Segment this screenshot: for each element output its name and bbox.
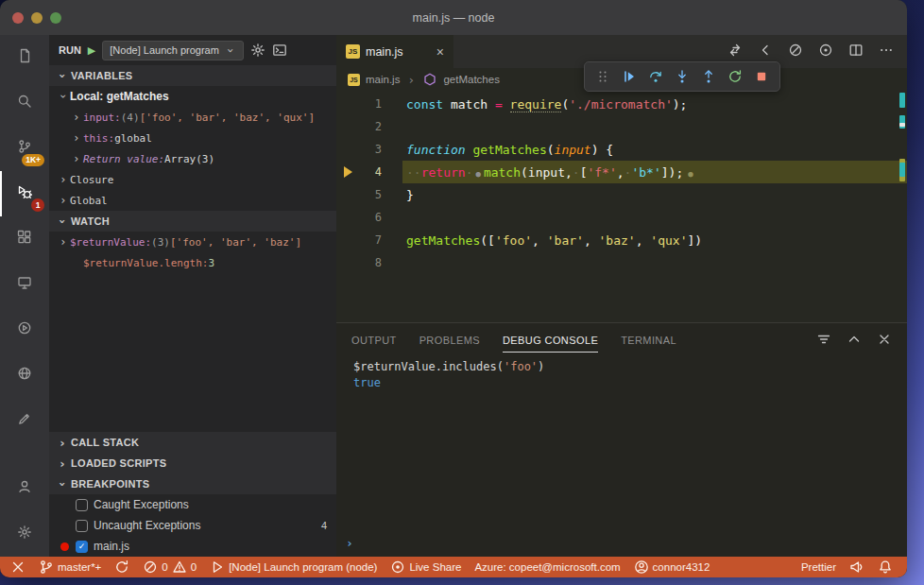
status-problems[interactable]: 00 xyxy=(136,557,203,577)
close-icon[interactable] xyxy=(877,332,892,347)
breadcrumb-file[interactable]: main.js xyxy=(366,74,400,85)
stop-button[interactable] xyxy=(749,64,774,89)
title-bar[interactable]: main.js — node xyxy=(0,0,907,35)
activity-accounts[interactable] xyxy=(0,466,49,511)
code-line[interactable]: 3function getMatches(input) { xyxy=(336,138,907,161)
breakpoint-checkbox[interactable] xyxy=(76,499,88,511)
status-sync-changes[interactable] xyxy=(108,557,136,577)
loaded-scripts-section-header[interactable]: LOADED SCRIPTS xyxy=(49,453,336,473)
panel-tab-output[interactable]: OUTPUT xyxy=(351,326,397,353)
breakpoint-row[interactable]: main.js xyxy=(49,536,336,557)
drag-handle-button[interactable] xyxy=(590,64,615,89)
minimize-window-button[interactable] xyxy=(31,12,43,24)
activity-test-explorer[interactable] xyxy=(0,307,49,353)
activity-run-and-debug[interactable]: 1 xyxy=(0,171,49,216)
status-feedback[interactable] xyxy=(843,557,871,577)
section-title: CALL STACK xyxy=(71,437,139,448)
breakpoint-label: Caught Exceptions xyxy=(94,498,189,511)
tree-text: Array(3) xyxy=(164,153,214,165)
console-input-prompt[interactable]: › xyxy=(346,536,353,550)
code-line[interactable]: 6 xyxy=(336,206,907,229)
activity-extensions[interactable] xyxy=(0,216,49,262)
status-live-share[interactable]: Live Share xyxy=(384,557,468,577)
line-number[interactable]: 8 xyxy=(336,256,382,269)
line-number[interactable]: 5 xyxy=(336,188,382,201)
activity-ports[interactable] xyxy=(0,353,49,398)
step-out-button[interactable] xyxy=(696,64,721,89)
status-git-branch[interactable]: master*+ xyxy=(32,557,108,577)
start-debugging-button[interactable] xyxy=(88,44,95,57)
status-formatter[interactable]: Prettier xyxy=(795,557,843,577)
code-line[interactable]: 1const match = require('./micromatch'); xyxy=(336,93,907,115)
code-line[interactable]: 8 xyxy=(336,251,907,274)
tree-row[interactable]: Closure xyxy=(49,169,336,190)
continue-button[interactable] xyxy=(617,64,642,89)
code-line[interactable]: 7getMatches(['foo', 'bar', 'baz', 'qux']… xyxy=(336,229,907,251)
breadcrumb-symbol[interactable]: getMatches xyxy=(443,74,499,85)
tree-row[interactable]: this: global xyxy=(49,128,336,148)
watch-title: WATCH xyxy=(71,215,110,227)
circle-slash-icon[interactable] xyxy=(788,43,803,61)
breakpoints-section-header[interactable]: BREAKPOINTS xyxy=(49,473,336,494)
back-icon[interactable] xyxy=(758,43,773,61)
status-debug-target[interactable]: [Node] Launch program (node) xyxy=(203,557,384,577)
call-stack-section-header[interactable]: CALL STACK xyxy=(49,432,336,453)
tree-text: Local: getMatches xyxy=(70,90,169,103)
tab-main-js[interactable]: JS main.js xyxy=(336,35,453,68)
filter-icon[interactable] xyxy=(816,332,831,347)
activity-gitlens[interactable] xyxy=(0,398,49,443)
line-number[interactable]: 3 xyxy=(336,143,382,156)
code-line[interactable]: 2 xyxy=(336,115,907,138)
restart-button[interactable] xyxy=(723,64,747,89)
zoom-window-button[interactable] xyxy=(50,12,61,24)
line-number[interactable]: 1 xyxy=(336,97,382,111)
tree-row[interactable]: $returnValue.length: 3 xyxy=(49,252,336,273)
status-azure-account[interactable]: Azure: copeet@microsoft.com xyxy=(468,557,626,577)
more-icon[interactable] xyxy=(879,43,894,61)
tree-row[interactable]: Global xyxy=(49,190,336,211)
activity-search[interactable] xyxy=(0,80,49,126)
variables-section-header[interactable]: VARIABLES xyxy=(49,65,336,86)
panel-tab-problems[interactable]: PROBLEMS xyxy=(419,326,480,353)
panel-tab-debug-console[interactable]: DEBUG CONSOLE xyxy=(503,326,598,353)
open-debug-console-icon[interactable] xyxy=(272,43,287,58)
line-number[interactable]: 6 xyxy=(336,211,382,224)
status-notifications[interactable] xyxy=(871,557,899,577)
activity-settings[interactable] xyxy=(0,511,49,557)
configure-launch-gear-icon[interactable] xyxy=(250,43,265,58)
launch-config-select[interactable]: [Node] Launch program xyxy=(102,41,244,60)
activity-remote-explorer[interactable] xyxy=(0,262,49,307)
compare-icon[interactable] xyxy=(727,43,743,61)
breakpoint-checkbox[interactable] xyxy=(76,541,88,553)
debug-console-output[interactable]: $returnValue.includes('foo')true xyxy=(336,355,907,557)
close-tab-icon[interactable] xyxy=(436,44,444,60)
circle-dot-icon[interactable] xyxy=(818,43,833,61)
status-remote-indicator[interactable] xyxy=(4,557,32,577)
line-number[interactable]: 7 xyxy=(336,233,382,247)
tree-row[interactable]: Return value: Array(3) xyxy=(49,148,336,169)
tree-row[interactable]: $returnValue: (3) ['foo', 'bar', 'baz'] xyxy=(49,232,336,252)
breakpoint-row[interactable]: Caught Exceptions xyxy=(49,494,336,515)
panel-tab-terminal[interactable]: TERMINAL xyxy=(621,326,676,353)
chevron-up-icon[interactable] xyxy=(847,332,862,347)
code-line[interactable]: 5} xyxy=(336,183,907,206)
split-editor-icon[interactable] xyxy=(848,43,864,61)
breakpoint-row[interactable]: Uncaught Exceptions4 xyxy=(49,515,336,536)
close-window-button[interactable] xyxy=(12,12,24,24)
activity-source-control[interactable]: 1K+ xyxy=(0,126,49,171)
code-editor[interactable]: 1const match = require('./micromatch');2… xyxy=(336,91,907,322)
line-number[interactable]: 2 xyxy=(336,120,382,133)
step-over-button[interactable] xyxy=(643,64,668,89)
breakpoint-checkbox[interactable] xyxy=(76,520,88,532)
activity-explorer[interactable] xyxy=(0,35,49,80)
tree-text: Global xyxy=(70,195,108,207)
watch-section-header[interactable]: WATCH xyxy=(49,211,336,232)
step-into-button[interactable] xyxy=(670,64,694,89)
tree-row[interactable]: input: (4) ['foo', 'bar', 'baz', 'qux'] xyxy=(49,107,336,128)
code-token: } xyxy=(406,188,414,202)
code-token: ]) xyxy=(687,233,702,248)
tree-row[interactable]: Local: getMatches xyxy=(49,86,336,107)
overview-ruler[interactable] xyxy=(896,91,907,322)
status-user-account[interactable]: connor4312 xyxy=(627,557,717,577)
code-line[interactable]: 4··return·●match(input,·['f*',·'b*']);● xyxy=(336,161,907,183)
